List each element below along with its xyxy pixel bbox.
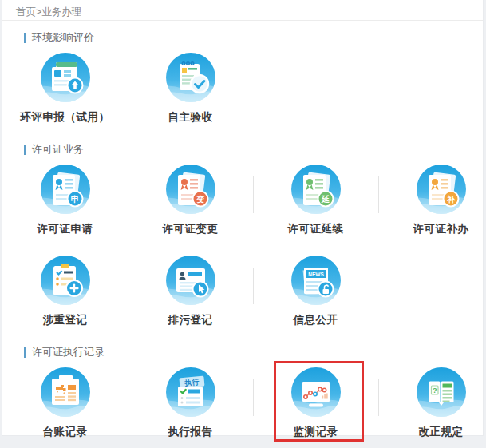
svg-text:?: ? [433, 387, 437, 394]
item-ledger-record[interactable]: 台账记录 [2, 363, 128, 448]
item-label: 许可证申请 [2, 222, 128, 236]
item-license-reissue[interactable]: 补许可证补办 [378, 161, 486, 248]
divider [253, 379, 254, 416]
item-label: 自主验收 [128, 110, 253, 125]
license-apply-icon: 申 [40, 164, 91, 215]
section-title: 许可证执行记录 [24, 346, 483, 359]
item-label: 台账记录 [2, 425, 128, 439]
svg-text:变: 变 [196, 195, 205, 204]
sections-container: 环境影响评价环评申报（试用）自主验收许可证业务申许可证申请变许可证变更延许可证延… [2, 31, 483, 448]
divider [128, 65, 128, 101]
svg-text:延: 延 [321, 195, 330, 204]
svg-text:申: 申 [71, 195, 79, 204]
item-label: 改正规定 [378, 425, 486, 439]
item-label: 信息公开 [253, 313, 378, 327]
eia-declare-upload-icon [40, 52, 91, 103]
item-label: 许可证补办 [378, 222, 486, 236]
section-title-bar [24, 347, 26, 358]
item-eia-declare-upload[interactable]: 环评申报（试用） [2, 49, 128, 137]
business-handling-panel: 首页>业务办理 环境影响评价环评申报（试用）自主验收许可证业务申许可证申请变许可… [2, 0, 484, 436]
divider [128, 176, 128, 213]
item-label: 涉重登记 [2, 313, 128, 327]
item-license-renew[interactable]: 延许可证延续 [253, 161, 378, 248]
svg-text:NEWS: NEWS [308, 272, 324, 277]
icon-row: 申许可证申请变许可证变更延许可证延续补许可证补办 [2, 161, 483, 248]
execution-report-icon: 执行 [165, 367, 216, 418]
section-title: 环境影响评价 [24, 31, 483, 44]
item-license-apply[interactable]: 申许可证申请 [2, 161, 128, 248]
item-execution-report[interactable]: 执行执行报告 [128, 363, 253, 448]
selection-highlight [274, 361, 364, 442]
license-change-icon: 变 [165, 164, 216, 215]
section-title-text: 许可证业务 [32, 142, 84, 157]
heavy-metal-register-icon [40, 255, 91, 306]
correction-rule-icon: ? [416, 367, 467, 418]
icon-row: 涉重登记排污登记NEWS信息公开 [2, 252, 483, 339]
item-label: 许可证变更 [128, 222, 253, 236]
info-disclosure-icon: NEWS [290, 255, 342, 306]
divider [253, 268, 254, 304]
icon-row: 环评申报（试用）自主验收 [2, 49, 483, 137]
item-monitoring-record[interactable]: 监测记录 [253, 363, 378, 448]
self-acceptance-check-icon [165, 52, 216, 103]
ledger-record-icon [40, 367, 91, 418]
section-title-text: 环境影响评价 [32, 30, 94, 45]
section-title: 许可证业务 [24, 143, 483, 156]
divider [378, 176, 379, 213]
svg-text:补: 补 [446, 195, 456, 204]
item-label: 排污登记 [128, 313, 253, 327]
divider [128, 379, 128, 416]
divider [128, 268, 128, 304]
breadcrumb[interactable]: 首页>业务办理 [2, 0, 483, 21]
license-reissue-icon: 补 [416, 164, 467, 215]
item-label: 许可证延续 [253, 222, 378, 236]
item-discharge-register[interactable]: 排污登记 [128, 252, 253, 339]
section-title-text: 许可证执行记录 [32, 345, 105, 359]
license-renew-icon: 延 [290, 164, 342, 215]
section-title-bar [24, 33, 26, 43]
item-correction-rule[interactable]: ?改正规定 [378, 363, 486, 448]
item-label: 执行报告 [128, 425, 253, 439]
item-heavy-metal-register[interactable]: 涉重登记 [2, 252, 128, 339]
item-label: 环评申报（试用） [2, 110, 128, 125]
icon-row: 台账记录执行执行报告监测记录?改正规定 [2, 363, 483, 448]
divider [378, 379, 379, 416]
item-license-change[interactable]: 变许可证变更 [128, 161, 253, 248]
divider [253, 176, 254, 213]
item-self-acceptance-check[interactable]: 自主验收 [128, 49, 253, 137]
svg-text:执行: 执行 [184, 378, 200, 387]
section-title-bar [24, 145, 26, 155]
item-info-disclosure[interactable]: NEWS信息公开 [253, 252, 378, 339]
discharge-register-icon [165, 255, 216, 306]
